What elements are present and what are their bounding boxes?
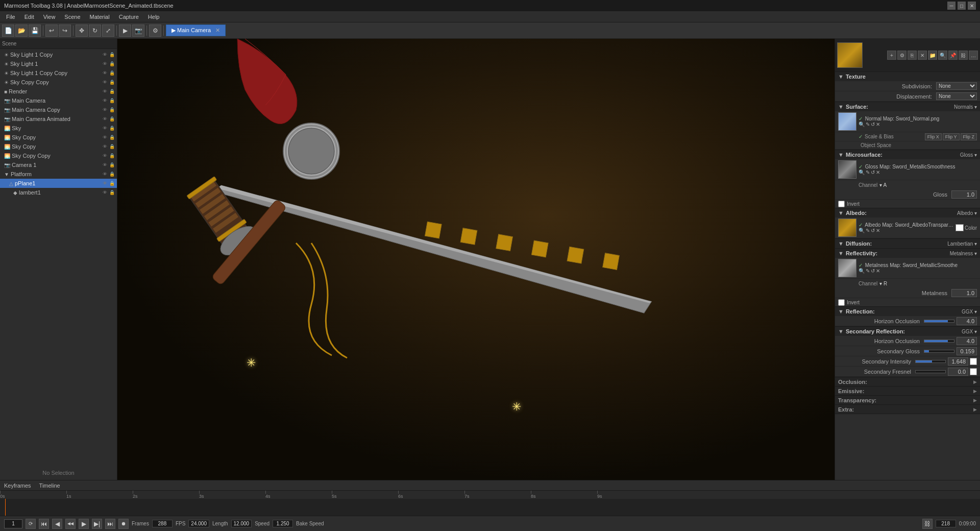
albedo-section-header[interactable]: ▼ Albedo: Albedo ▾: [835, 208, 980, 218]
gloss-search-icon[interactable]: 🔍: [859, 170, 865, 175]
eye-icon-4[interactable]: 👁: [102, 80, 108, 85]
secondary-horizon-slider[interactable]: [924, 340, 954, 343]
tree-item-main-camera[interactable]: 📷 Main Camera 👁 🔒: [0, 96, 117, 105]
reflection-horizon-slider[interactable]: [924, 320, 954, 323]
secondary-reflection-value[interactable]: GGX ▾: [962, 329, 977, 334]
extra-section[interactable]: Extra: ▶: [835, 405, 980, 414]
eye-icon-12[interactable]: 👁: [102, 153, 108, 158]
eye-icon-2[interactable]: 👁: [102, 61, 108, 66]
lock-icon-2[interactable]: 🔒: [109, 61, 115, 66]
secondary-intensity-input[interactable]: [948, 357, 968, 366]
secondary-gloss-input[interactable]: [957, 347, 977, 355]
tree-item-sky-copy-copy[interactable]: ☀ Sky Copy Copy 👁 🔒: [0, 78, 117, 87]
secondary-horizon-input[interactable]: [957, 337, 977, 345]
toolbar-render[interactable]: ▶: [119, 25, 131, 37]
lock-icon-8[interactable]: 🔒: [109, 116, 115, 122]
secondary-fresnel-input[interactable]: [948, 368, 968, 376]
tree-item-sky-light-1-copy[interactable]: ☀ Sky Light 1 Copy 👁 🔒: [0, 50, 117, 59]
gloss-refresh-icon[interactable]: ↺: [871, 170, 875, 175]
gloss-close-icon[interactable]: ✕: [876, 170, 880, 175]
metalness-edit-icon[interactable]: ✎: [866, 268, 870, 274]
eye-icon-11[interactable]: 👁: [102, 144, 108, 149]
eye-icon-1[interactable]: 👁: [102, 52, 108, 57]
close-button[interactable]: ✕: [968, 2, 976, 10]
normal-search-icon[interactable]: 🔍: [859, 122, 865, 127]
secondary-reflection-header[interactable]: ▼ Secondary Reflection: GGX ▾: [835, 327, 980, 336]
flip-x-button[interactable]: Flip X: [925, 133, 942, 140]
metalness-refresh-icon[interactable]: ↺: [871, 268, 875, 274]
surface-section-value[interactable]: Normals ▾: [954, 104, 977, 110]
menu-capture[interactable]: Capture: [115, 13, 143, 21]
displacement-select[interactable]: None: [936, 92, 977, 100]
right-delete-button[interactable]: ✕: [918, 51, 927, 60]
right-add-button[interactable]: +: [887, 51, 896, 60]
microsurface-section-header[interactable]: ▼ Microsurface: Gloss ▾: [835, 150, 980, 159]
right-search-button[interactable]: 🔍: [938, 51, 947, 60]
toolbar-scale[interactable]: ⤢: [102, 25, 114, 37]
length-value[interactable]: 12.000: [231, 520, 252, 527]
eye-icon-10[interactable]: 👁: [102, 135, 108, 140]
toolbar-rotate[interactable]: ↻: [89, 25, 101, 37]
menu-view[interactable]: View: [39, 13, 60, 21]
toolbar-camera[interactable]: 📷: [132, 25, 144, 37]
flip-z-button[interactable]: Flip Z: [961, 133, 977, 140]
metalness-input[interactable]: [951, 289, 977, 297]
subdivision-select[interactable]: None: [936, 82, 977, 90]
eye-icon-8[interactable]: 👁: [102, 116, 108, 122]
eye-icon-3[interactable]: 👁: [102, 70, 108, 76]
diffusion-section-header[interactable]: ▼ Diffusion: Lambertian ▾: [835, 239, 980, 248]
lock-icon-6[interactable]: 🔒: [109, 98, 115, 103]
tree-item-lambert1[interactable]: ◆ lambert1 👁 🔒: [0, 188, 117, 197]
viewport-tab-close[interactable]: ✕: [215, 27, 220, 33]
minimize-button[interactable]: ─: [947, 2, 955, 10]
reflection-section-value[interactable]: GGX ▾: [962, 309, 977, 315]
menu-scene[interactable]: Scene: [60, 13, 84, 21]
eye-icon-13[interactable]: 👁: [102, 162, 108, 167]
record-button[interactable]: ⏺: [118, 519, 129, 529]
lock-icon-1[interactable]: 🔒: [109, 52, 115, 57]
metalness-invert-checkbox[interactable]: [838, 299, 845, 306]
diffusion-section-value[interactable]: Lambertian ▾: [947, 241, 977, 247]
step-fwd-button[interactable]: ▶|: [92, 519, 102, 529]
playhead[interactable]: [5, 499, 6, 516]
tree-item-main-camera-animated[interactable]: 📷 Main Camera Animated 👁 🔒: [0, 114, 117, 124]
to-start-button[interactable]: ⏮: [39, 519, 49, 529]
menu-file[interactable]: File: [2, 13, 19, 21]
tree-item-pplane1[interactable]: △ pPlane1 👁 🔒: [0, 179, 117, 188]
tree-item-render[interactable]: ■ Render 👁 🔒: [0, 87, 117, 96]
eye-icon-15[interactable]: 👁: [102, 181, 108, 186]
viewport[interactable]: ✳ ✳: [117, 39, 835, 480]
tree-item-sky-copy-2[interactable]: 🌅 Sky Copy 👁 🔒: [0, 142, 117, 151]
eye-icon-6[interactable]: 👁: [102, 98, 108, 103]
tree-item-platform[interactable]: ▼ Platform 👁 🔒: [0, 170, 117, 179]
eye-icon-16[interactable]: 👁: [102, 190, 108, 195]
secondary-intensity-slider[interactable]: [915, 360, 946, 363]
toolbar-open[interactable]: 📂: [15, 25, 28, 37]
play-button[interactable]: ▶: [79, 519, 89, 529]
lock-icon-11[interactable]: 🔒: [109, 144, 115, 149]
emissive-section[interactable]: Emissive: ▶: [835, 387, 980, 396]
toolbar-redo[interactable]: ↪: [59, 25, 71, 37]
maximize-button[interactable]: □: [958, 2, 966, 10]
timeline-track[interactable]: [0, 499, 980, 516]
viewport-tab[interactable]: ▶ Main Camera ✕: [166, 25, 226, 36]
albedo-color-box[interactable]: [955, 224, 964, 231]
right-copy-button[interactable]: ⎘: [908, 51, 917, 60]
lock-icon-7[interactable]: 🔒: [109, 107, 115, 112]
metalness-search-icon[interactable]: 🔍: [859, 268, 865, 274]
tree-item-sky-copy-1[interactable]: 🌅 Sky Copy 👁 🔒: [0, 133, 117, 142]
reflectivity-section-value[interactable]: Metalness ▾: [950, 251, 977, 256]
tree-item-camera-1[interactable]: 📷 Camera 1 👁 🔒: [0, 160, 117, 170]
lock-icon-13[interactable]: 🔒: [109, 162, 115, 167]
lock-icon-5[interactable]: 🔒: [109, 89, 115, 94]
loop-button[interactable]: ⟳: [26, 519, 36, 529]
normal-edit-icon[interactable]: ✎: [866, 122, 870, 127]
gloss-invert-checkbox[interactable]: [838, 201, 845, 207]
reflection-section-header[interactable]: ▼ Reflection: GGX ▾: [835, 307, 980, 316]
toolbar-settings[interactable]: ⚙: [149, 25, 161, 37]
lock-icon-9[interactable]: 🔒: [109, 126, 115, 131]
speed-value[interactable]: 1.250: [273, 520, 293, 527]
microsurface-section-value[interactable]: Gloss ▾: [960, 152, 977, 158]
normal-close-icon[interactable]: ✕: [876, 122, 880, 127]
metalness-channel-value[interactable]: ▾ R: [879, 281, 887, 286]
